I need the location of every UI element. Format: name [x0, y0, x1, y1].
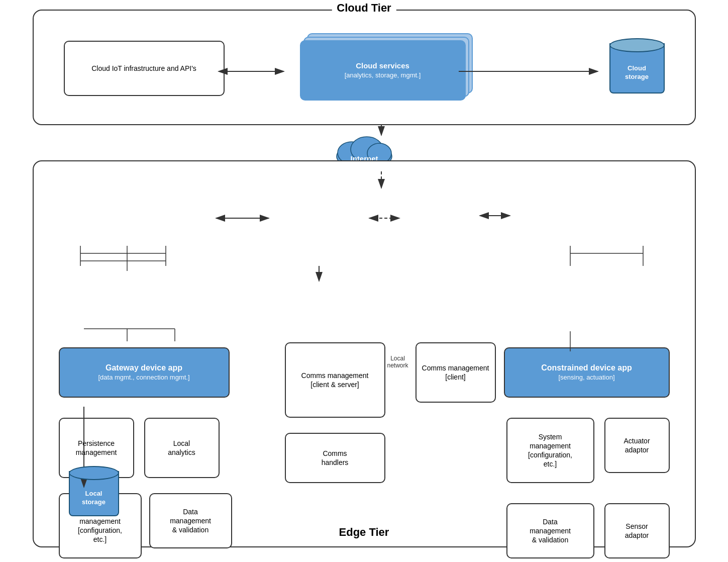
comms-handlers-label: Comms handlers: [322, 449, 349, 467]
data-mgmt-right-label: Data management & validation: [530, 517, 571, 545]
local-storage-label: Local storage: [82, 490, 106, 507]
gateway-app-title: Gateway device app: [98, 363, 189, 373]
cloud-services-front: Cloud services [analytics, storage, mgmt…: [300, 40, 466, 101]
actuator-adaptor-label: Actuator adaptor: [623, 436, 650, 454]
local-cylinder-top: [69, 466, 119, 480]
cloud-tier-box: Cloud Tier Cloud IoT infrastructure and …: [33, 10, 696, 125]
cloud-services-title: Cloud services: [345, 60, 421, 71]
diagram-container: Cloud Tier Cloud IoT infrastructure and …: [18, 10, 711, 552]
cloud-iot-label: Cloud IoT infrastructure and API's: [91, 64, 196, 73]
comms-mgmt-constrained: Comms management [client]: [415, 342, 496, 403]
comms-mgmt-constrained-title: Comms management: [422, 363, 489, 372]
system-mgmt-right-label: System management [configuration, etc.]: [528, 432, 572, 469]
cloud-storage-label: Cloudstorage: [625, 64, 649, 81]
edge-tier-box: Edge Tier Gateway device app [data mgmt.…: [33, 160, 696, 547]
cloud-iot-box: Cloud IoT infrastructure and API's: [64, 41, 225, 96]
data-mgmt-right-box: Data management & validation: [506, 503, 594, 558]
comms-mgmt-gateway-title: Comms management: [301, 371, 369, 380]
sensor-adaptor-box: Sensor adaptor: [604, 503, 670, 558]
constrained-app-subtitle: [sensing, actuation]: [541, 373, 632, 382]
cloud-storage-cylinder: Cloudstorage: [609, 38, 665, 99]
local-storage-cylinder: Local storage: [69, 466, 119, 521]
gateway-app-subtitle: [data mgmt., connection mgmt.]: [98, 373, 189, 382]
sensor-adaptor-label: Sensor adaptor: [625, 522, 649, 540]
cloud-tier-label: Cloud Tier: [332, 2, 396, 15]
edge-tier-label: Edge Tier: [339, 526, 389, 539]
persistence-mgmt-label: Persistence management: [76, 439, 117, 457]
data-mgmt-left-label: Data management & validation: [170, 507, 211, 535]
data-mgmt-left-box: Data management & validation: [149, 493, 232, 548]
cylinder-top: [609, 38, 665, 52]
constrained-device-app: Constrained device app [sensing, actuati…: [504, 347, 670, 398]
local-analytics-label: Local analytics: [168, 439, 195, 457]
comms-handlers-box: Comms handlers: [285, 433, 385, 483]
local-network-label: Local network: [380, 355, 415, 369]
local-analytics-box: Local analytics: [144, 418, 220, 478]
constrained-app-title: Constrained device app: [541, 363, 632, 373]
comms-mgmt-gateway-subtitle: [client & server]: [301, 380, 369, 389]
gateway-device-app: Gateway device app [data mgmt., connecti…: [59, 347, 230, 398]
comms-mgmt-gateway: Comms management [client & server]: [285, 342, 385, 418]
system-mgmt-right-box: System management [configuration, etc.]: [506, 418, 594, 483]
comms-mgmt-constrained-subtitle: [client]: [422, 372, 489, 382]
cloud-services-subtitle: [analytics, storage, mgmt.]: [345, 71, 421, 80]
actuator-adaptor-box: Actuator adaptor: [604, 418, 670, 473]
